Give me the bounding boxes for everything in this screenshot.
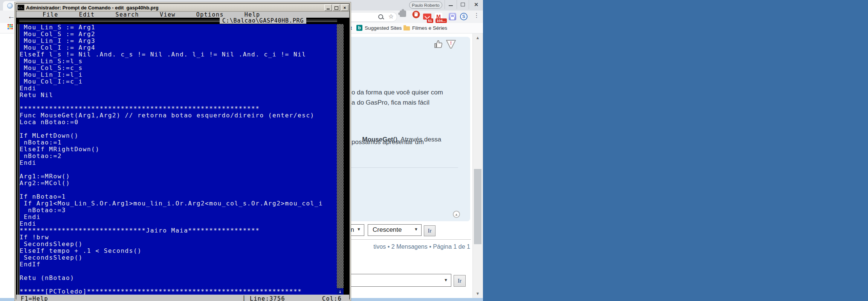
code-line — [20, 126, 337, 132]
editor-file-header: C:\Balcao\GASP40HB.PRG — [16, 18, 349, 24]
menu-edit[interactable]: Edit — [79, 11, 95, 18]
lock-extension-icon[interactable] — [449, 13, 456, 20]
code-line: Endi — [20, 160, 337, 166]
status-help: F1=Help — [21, 295, 48, 301]
editor-menu-bar: File Edit Search View Options Help — [16, 12, 349, 18]
scrollbar-thumb[interactable] — [474, 169, 481, 244]
code-line: SecondsSleep() — [20, 254, 337, 261]
status-separator: │ — [242, 295, 246, 301]
menu-search[interactable]: Search — [115, 11, 139, 18]
bookmark-folder-filmes[interactable]: Filmes e Séries — [412, 25, 447, 31]
code-line: Func MouseGet(Arg1,Arg2) // retorna bota… — [20, 112, 337, 119]
bookmark-star-icon[interactable]: ☆ — [388, 13, 394, 20]
sort-order-select[interactable]: Crescente ▼ — [368, 224, 422, 236]
code-line — [20, 268, 337, 275]
code-line: Arg2:=MCol() — [20, 180, 337, 187]
code-area[interactable]: Mou_Lin_S := Arg1 Mou_Col_S := Arg2 Mou_… — [20, 24, 337, 295]
chevron-down-icon: ▼ — [357, 227, 361, 231]
code-line: ******[PCToledo]************************… — [20, 288, 337, 295]
code-line: Endi — [20, 214, 337, 220]
post-text-line: a do GasPro, fica mais fácil — [351, 99, 429, 106]
console-frame: C:\. Administrador: Prompt de Comando - … — [16, 3, 350, 299]
cmd-icon: C:\. — [17, 5, 24, 11]
gmail-badge: 104... — [436, 18, 447, 23]
zoom-search-icon[interactable] — [378, 14, 383, 19]
editor-area[interactable]: Mou_Lin_S := Arg1 Mou_Col_S := Arg2 Mou_… — [16, 24, 349, 295]
scroll-down-icon[interactable]: ▼ — [473, 291, 483, 296]
console-title: Administrador: Prompt de Comando - edit … — [26, 5, 159, 11]
thumbs-up-icon[interactable] — [433, 39, 443, 51]
chevron-down-icon: ▼ — [414, 227, 418, 231]
code-line: If nBotao=1 — [20, 193, 337, 200]
code-line: Mou_Col_S:=c_s — [20, 65, 337, 71]
restore-icon — [461, 3, 465, 6]
svg-text:!: ! — [450, 41, 452, 46]
code-line: nBotao:=3 — [20, 207, 337, 214]
code-line: nBotao:=1 — [20, 139, 337, 146]
close-icon: ✕ — [343, 6, 346, 10]
code-line: Mou_Lin_I:=l_i — [20, 71, 337, 78]
code-line: Mou_Col_I:=c_i — [20, 78, 337, 85]
report-warning-icon[interactable]: ! — [445, 40, 457, 51]
editor-scroll-down-icon[interactable]: ↓ — [337, 288, 344, 295]
maximize-icon — [335, 6, 338, 10]
menu-options[interactable]: Options — [196, 11, 224, 18]
folder-icon — [403, 26, 410, 30]
page-scrollbar[interactable]: ▲ ▼ — [472, 33, 483, 298]
desktop: { "desktop": {"bg": "#3A6EA5"}, "icons":… — [0, 0, 868, 301]
profile-button[interactable]: Paulo Roberto — [409, 2, 442, 9]
code-line: ElseIf l_s != Nil .And. c_s != Nil .And.… — [20, 51, 337, 58]
bookmark-suggested-sites[interactable]: Suggested Sites — [365, 25, 402, 31]
code-line: If MLeftDown() — [20, 132, 337, 139]
console-maximize-button[interactable] — [333, 5, 340, 11]
console-title-bar[interactable]: C:\. Administrador: Prompt de Comando - … — [16, 4, 349, 12]
code-line: If Arg1<Mou_Lin_S.Or.Arg1>mou_lin_i.Or.A… — [20, 200, 337, 207]
editor-scrollbar[interactable]: ↓ — [337, 24, 344, 295]
code-line: Mou_Lin_I := Arg3 — [20, 38, 337, 44]
scroll-up-icon[interactable]: ▲ — [473, 35, 483, 40]
apps-grid-icon[interactable] — [8, 24, 13, 30]
code-line: Mou_Col_I := Arg4 — [20, 44, 337, 51]
minimize-button[interactable] — [445, 0, 457, 9]
sort-go-button[interactable]: Ir — [424, 225, 436, 236]
code-line: SecondsSleep() — [20, 241, 337, 248]
select-value: Crescente — [373, 226, 402, 234]
globe-favicon-icon — [7, 3, 13, 9]
close-icon: ✕ — [474, 2, 478, 8]
code-line: ElseIf MRightDown() — [20, 146, 337, 153]
adblock-hand-icon[interactable] — [412, 11, 420, 18]
menu-file[interactable]: File — [43, 11, 58, 18]
post-text-line: o da forma que você quiser com — [351, 89, 443, 96]
code-line: ElseIf tempo + .1 < Seconds() — [20, 248, 337, 254]
menu-view[interactable]: View — [160, 11, 176, 18]
code-line: Endi — [20, 220, 337, 227]
console-close-button[interactable]: ✕ — [341, 5, 348, 11]
session-extension-icon[interactable]: S — [460, 13, 468, 20]
editor-status-bar: F1=Help │ Line:3756 Col:6 — [16, 295, 349, 301]
code-line: nBotao:=2 — [20, 153, 337, 160]
code-line: Retu Nil — [20, 92, 337, 99]
code-line: Mou_Col_S := Arg2 — [20, 31, 337, 38]
status-line-number: Line:3756 — [250, 295, 285, 301]
browser-menu-icon[interactable]: ⋮ — [473, 12, 480, 21]
close-button[interactable]: ✕ — [469, 0, 483, 9]
console-minimize-button[interactable] — [324, 5, 332, 11]
back-icon[interactable]: ← — [8, 12, 15, 21]
restore-button[interactable] — [457, 0, 469, 9]
code-line: If !brw — [20, 234, 337, 241]
code-line: Endi — [20, 85, 337, 92]
extension-puzzle-icon[interactable] — [400, 11, 406, 17]
code-line: Loca nBotao:=0 — [20, 119, 337, 126]
jump-go-button[interactable]: Ir — [454, 275, 466, 287]
console-window-controls: ✕ — [324, 5, 348, 11]
code-line — [20, 281, 337, 288]
code-line: EndIf — [20, 261, 337, 268]
go-to-top-icon[interactable]: ▲ — [453, 211, 460, 218]
code-line — [20, 99, 337, 105]
minimize-icon — [327, 9, 330, 9]
code-line: Mou_Lin_S := Arg1 — [20, 24, 337, 31]
code-line — [20, 166, 337, 173]
code-line: ******************************Jairo Maia… — [20, 227, 337, 234]
mail-badge: 51 — [427, 18, 433, 23]
minimize-icon — [449, 5, 453, 6]
